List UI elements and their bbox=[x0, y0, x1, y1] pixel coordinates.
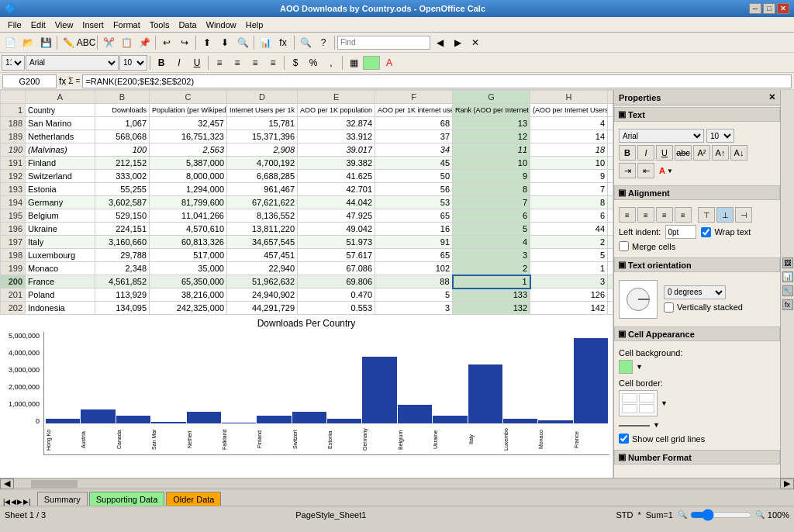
data-cell[interactable]: 91 bbox=[375, 236, 453, 249]
data-cell[interactable]: 1,294,000 bbox=[150, 183, 227, 196]
copy-button[interactable]: 📋 bbox=[118, 34, 135, 51]
sidebar-icon-1[interactable]: 🖼 bbox=[782, 257, 793, 268]
data-cell[interactable]: Germany bbox=[26, 196, 95, 209]
data-cell[interactable]: Netherlands bbox=[26, 130, 95, 143]
col-header-a[interactable]: A bbox=[26, 91, 95, 104]
data-cell[interactable]: 8 bbox=[453, 183, 530, 196]
data-cell[interactable]: Finland bbox=[26, 157, 95, 170]
data-cell[interactable]: 69.806 bbox=[298, 275, 375, 288]
row-number-cell[interactable]: 191 bbox=[1, 157, 26, 170]
data-cell[interactable]: 4,700,192 bbox=[227, 157, 298, 170]
data-cell[interactable]: 10 bbox=[453, 157, 530, 170]
tab-summary[interactable]: Summary bbox=[37, 492, 88, 506]
font-size-props[interactable]: 10 bbox=[706, 129, 734, 143]
data-cell[interactable]: 11 bbox=[453, 143, 530, 157]
border-preview[interactable] bbox=[619, 390, 658, 416]
data-cell[interactable]: San Marino bbox=[26, 117, 95, 130]
find-next-button[interactable]: ▶ bbox=[449, 34, 466, 51]
data-cell[interactable]: 457,451 bbox=[227, 249, 298, 262]
zoom-in-icon[interactable]: 🔍 bbox=[755, 510, 765, 519]
col-header-g[interactable]: G bbox=[453, 91, 530, 104]
header-aoo-per-internet[interactable]: (AOO per Internet Users) bbox=[530, 104, 608, 117]
data-cell[interactable]: 1,067 bbox=[95, 117, 150, 130]
align-bottom-props[interactable]: ⊣ bbox=[735, 207, 752, 223]
superscript-props-button[interactable]: A² bbox=[693, 145, 710, 161]
alignment-section-header[interactable]: ▣ Alignment bbox=[614, 185, 780, 200]
data-cell[interactable]: 35,000 bbox=[150, 262, 227, 275]
align-right-button[interactable]: ≡ bbox=[247, 54, 264, 71]
merge-cells-checkbox[interactable] bbox=[619, 241, 629, 251]
data-cell[interactable]: 133 bbox=[453, 288, 530, 302]
horizontal-scrollbar[interactable]: ◀ ▶ bbox=[0, 478, 794, 489]
data-cell[interactable]: 0.470 bbox=[298, 288, 375, 302]
tab-older-data[interactable]: Older Data bbox=[166, 492, 221, 506]
header-aoo-1k-internet[interactable]: AOO per 1K internet users bbox=[375, 104, 453, 117]
find-prev-button[interactable]: ◀ bbox=[431, 34, 448, 51]
data-cell[interactable] bbox=[608, 249, 613, 262]
row-number-cell[interactable]: 196 bbox=[1, 223, 26, 236]
data-cell[interactable]: 65,350,000 bbox=[150, 275, 227, 288]
data-cell[interactable] bbox=[608, 302, 613, 315]
bold-props-button[interactable]: B bbox=[619, 145, 636, 161]
spellcheck-button[interactable]: ABC bbox=[78, 34, 95, 51]
data-cell[interactable] bbox=[608, 117, 613, 130]
data-cell[interactable]: 33.912 bbox=[298, 130, 375, 143]
menu-insert[interactable]: Insert bbox=[78, 17, 109, 32]
data-cell[interactable]: 529,150 bbox=[95, 209, 150, 223]
tab-nav-last[interactable]: ▶| bbox=[23, 498, 30, 506]
data-cell[interactable]: 24,940,902 bbox=[227, 288, 298, 302]
cut-button[interactable]: ✂️ bbox=[100, 34, 117, 51]
font-size-select[interactable]: 10 bbox=[119, 55, 147, 71]
data-cell[interactable]: 100 bbox=[95, 143, 150, 157]
function-wizard-icon[interactable]: fx bbox=[59, 76, 66, 87]
row-number-cell[interactable]: 202 bbox=[1, 302, 26, 315]
data-cell[interactable]: 34,657,545 bbox=[227, 236, 298, 249]
data-cell[interactable] bbox=[608, 223, 613, 236]
close-button[interactable]: ✕ bbox=[777, 3, 789, 14]
zoom-slider[interactable] bbox=[690, 509, 752, 521]
data-cell[interactable]: 3 bbox=[453, 249, 530, 262]
font-family-props[interactable]: Arial bbox=[619, 129, 704, 143]
data-cell[interactable]: France bbox=[26, 275, 95, 288]
show-grid-checkbox[interactable] bbox=[619, 434, 629, 444]
scrollbar-thumb[interactable] bbox=[31, 480, 78, 488]
data-cell[interactable]: 65 bbox=[375, 249, 453, 262]
number-format-section-header[interactable]: ▣ Number Format bbox=[614, 450, 780, 465]
align-right-props[interactable]: ≡ bbox=[656, 207, 673, 223]
data-cell[interactable] bbox=[608, 262, 613, 275]
data-cell[interactable]: 3 bbox=[375, 302, 453, 315]
data-cell[interactable] bbox=[608, 157, 613, 170]
edit-button[interactable]: ✏️ bbox=[60, 34, 77, 51]
data-cell[interactable]: Indonesia bbox=[26, 302, 95, 315]
header-rank[interactable]: Rank (AOO per Internet Population) bbox=[453, 104, 530, 117]
data-cell[interactable] bbox=[608, 130, 613, 143]
data-cell[interactable]: Switzerland bbox=[26, 170, 95, 183]
data-cell[interactable]: 13,811,220 bbox=[227, 223, 298, 236]
sidebar-icon-3[interactable]: 🔧 bbox=[782, 285, 793, 296]
strikethrough-props-button[interactable]: abc bbox=[675, 145, 692, 161]
data-cell[interactable]: 88 bbox=[375, 275, 453, 288]
row-number-cell[interactable]: 199 bbox=[1, 262, 26, 275]
data-cell[interactable]: 3,160,660 bbox=[95, 236, 150, 249]
data-cell[interactable] bbox=[608, 236, 613, 249]
data-cell[interactable]: 12 bbox=[453, 130, 530, 143]
data-cell[interactable]: 1 bbox=[453, 275, 530, 288]
data-cell[interactable]: 50 bbox=[375, 170, 453, 183]
data-cell[interactable]: 39.382 bbox=[298, 157, 375, 170]
data-cell[interactable]: 32,457 bbox=[150, 117, 227, 130]
sum-icon[interactable]: Σ bbox=[68, 77, 73, 85]
sidebar-icon-4[interactable]: fx bbox=[782, 299, 793, 310]
data-cell[interactable]: Estonia bbox=[26, 183, 95, 196]
find-close-button[interactable]: ✕ bbox=[467, 34, 484, 51]
data-cell[interactable]: 60,813,326 bbox=[150, 236, 227, 249]
wrap-text-checkbox[interactable] bbox=[701, 227, 711, 237]
properties-close-icon[interactable]: ✕ bbox=[768, 92, 775, 102]
decrease-indent-button[interactable]: ⇤ bbox=[637, 163, 654, 178]
data-cell[interactable]: Italy bbox=[26, 236, 95, 249]
data-cell[interactable]: 18 bbox=[530, 143, 608, 157]
data-cell[interactable]: Belgium bbox=[26, 209, 95, 223]
data-cell[interactable]: 6 bbox=[530, 209, 608, 223]
data-cell[interactable]: 67.086 bbox=[298, 262, 375, 275]
data-cell[interactable]: 113,929 bbox=[95, 288, 150, 302]
data-cell[interactable] bbox=[608, 183, 613, 196]
